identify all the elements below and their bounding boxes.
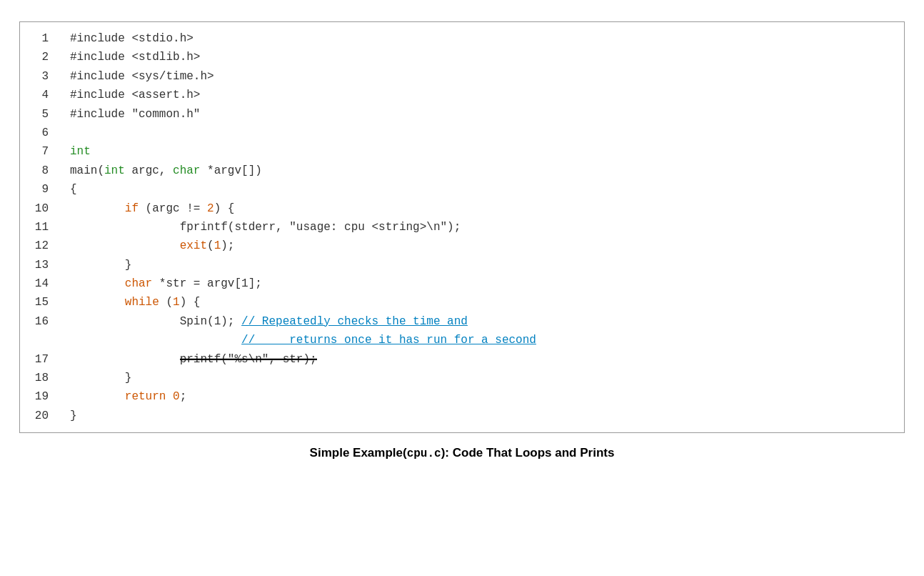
caption: Simple Example(cpu.c): Code That Loops a… [310,446,615,460]
table-row: // returns once it has run for a second [20,331,904,349]
line-number: 4 [20,86,70,104]
code-content: while (1) { [70,293,904,312]
code-content: fprintf(stderr, "usage: cpu <string>\n")… [70,218,904,237]
code-content: exit(1); [70,237,904,255]
line-number: 19 [20,387,70,406]
code-content: char *str = argv[1]; [70,274,904,293]
literal-2: 2 [207,202,214,215]
line-number: 2 [20,48,70,66]
keyword-while: while [125,296,159,309]
table-row: 11 fprintf(stderr, "usage: cpu <string>\… [20,218,904,237]
code-content: Spin(1); // Repeatedly checks the time a… [70,312,904,331]
line-number: 1 [20,29,70,48]
code-content [70,124,904,142]
code-block: 1 #include <stdio.h> 2 #include <stdlib.… [19,21,905,433]
line-number: 12 [20,237,70,255]
table-row: 10 if (argc != 2) { [20,199,904,218]
code-content: #include "common.h" [70,105,904,124]
code-content: return 0; [70,387,904,406]
table-row: 16 Spin(1); // Repeatedly checks the tim… [20,312,904,331]
line-number: 3 [20,67,70,86]
line-number: 16 [20,312,70,331]
code-content: int [70,142,904,161]
table-row: 14 char *str = argv[1]; [20,274,904,293]
keyword-int2: int [104,164,125,177]
table-row: 15 while (1) { [20,293,904,312]
table-row: 9 { [20,180,904,199]
table-row: 19 return 0; [20,387,904,406]
table-row: 2 #include <stdlib.h> [20,48,904,66]
code-content: if (argc != 2) { [70,199,904,218]
literal-0: 0 [173,390,180,403]
table-row: 3 #include <sys/time.h> [20,67,904,86]
code-content: printf("%s\n", str); [70,350,904,369]
table-row: 12 exit(1); [20,237,904,255]
line-number: 7 [20,142,70,161]
line-number [20,331,70,349]
line-number: 10 [20,199,70,218]
keyword-int: int [70,145,91,158]
code-content: } [70,256,904,274]
keyword-return: return [125,390,166,403]
caption-title-end: ): Code That Loops and Prints [441,446,615,460]
code-content: #include <stdlib.h> [70,48,904,66]
code-content: #include <sys/time.h> [70,67,904,86]
table-row: 8 main(int argc, char *argv[]) [20,162,904,180]
line-number: 17 [20,350,70,369]
caption-text: Simple Example(cpu.c): Code That Loops a… [310,446,615,460]
line-number: 8 [20,162,70,180]
keyword-exit: exit [180,239,207,252]
table-row: 5 #include "common.h" [20,105,904,124]
table-row: 6 [20,124,904,142]
code-content: #include <stdio.h> [70,29,904,48]
printf-strikethrough: printf("%s\n", str); [180,350,317,369]
table-row: 4 #include <assert.h> [20,86,904,104]
table-row: 13 } [20,256,904,274]
line-number: 6 [20,124,70,142]
code-content: } [70,369,904,387]
code-table: 1 #include <stdio.h> 2 #include <stdlib.… [20,29,904,425]
caption-title: Simple Example( [310,446,407,460]
line-number: 20 [20,407,70,425]
code-content: // returns once it has run for a second [70,331,904,349]
keyword-char2: char [125,277,152,290]
line-number: 9 [20,180,70,199]
code-content: } [70,407,904,425]
table-row: 20 } [20,407,904,425]
literal-1a: 1 [214,239,221,252]
line-number: 14 [20,274,70,293]
comment-spin: // Repeatedly checks the time and [241,315,468,328]
code-content: main(int argc, char *argv[]) [70,162,904,180]
comment-spin-cont: // returns once it has run for a second [241,334,536,347]
line-number: 11 [20,218,70,237]
line-number: 18 [20,369,70,387]
table-row: 7 int [20,142,904,161]
table-row: 1 #include <stdio.h> [20,29,904,48]
line-number: 13 [20,256,70,274]
keyword-char: char [173,164,200,177]
code-content: { [70,180,904,199]
literal-1b: 1 [173,296,180,309]
table-row: 18 } [20,369,904,387]
keyword-if: if [125,202,139,215]
table-row: 17 printf("%s\n", str); [20,350,904,369]
line-number: 15 [20,293,70,312]
line-number: 5 [20,105,70,124]
code-content: #include <assert.h> [70,86,904,104]
caption-filename: cpu.c [407,447,441,460]
